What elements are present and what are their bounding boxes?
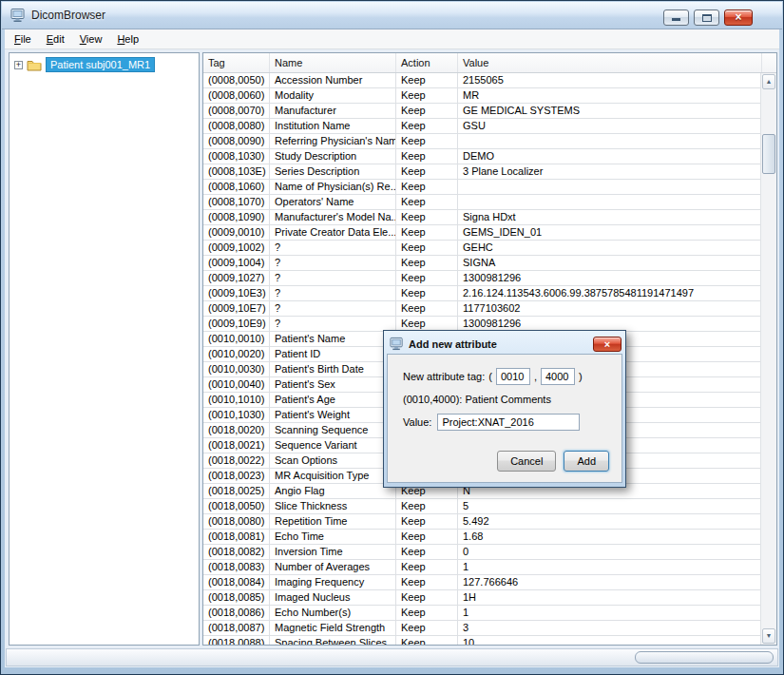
scroll-up-button[interactable]: ▲ (762, 74, 775, 89)
column-header-value[interactable]: Value (458, 53, 762, 72)
cell-action: Keep (396, 104, 458, 119)
menu-edit[interactable]: Edit (39, 30, 72, 48)
cell-name: ? (270, 271, 396, 286)
table-row[interactable]: (0018,0080)Repetition TimeKeep5.492 (203, 514, 762, 530)
table-row[interactable]: (0008,1070)Operators' NameKeep (203, 195, 762, 210)
element-input[interactable] (541, 368, 575, 385)
window-title: DicomBrowser (31, 9, 105, 22)
scroll-down-button[interactable]: ▼ (762, 628, 775, 644)
dialog-body: New attribute tag: ( , ) (0010,4000): Pa… (387, 354, 622, 483)
cell-name: ? (270, 241, 396, 256)
table-row[interactable]: (0018,0087)Magnetic Field StrengthKeep3 (203, 621, 762, 636)
cell-action: Keep (396, 241, 458, 256)
cell-tag: (0010,0010) (203, 332, 270, 347)
cancel-button[interactable]: Cancel (497, 451, 556, 472)
add-button[interactable]: Add (564, 451, 609, 472)
table-row[interactable]: (0018,0084)Imaging FrequencyKeep127.7666… (203, 575, 762, 590)
comma: , (534, 371, 537, 382)
menubar: File Edit View Help (5, 29, 779, 49)
table-row[interactable]: (0018,0081)Echo TimeKeep1.68 (203, 530, 762, 545)
cell-tag: (0008,0090) (203, 134, 270, 149)
cell-action: Keep (396, 590, 458, 606)
menu-view[interactable]: View (72, 30, 110, 48)
table-row[interactable]: (0018,0085)Imaged NucleusKeep1H (203, 590, 762, 606)
cell-name: Echo Number(s) (270, 606, 396, 621)
cell-value: 1.68 (458, 530, 762, 545)
table-row[interactable]: (0018,0082)Inversion TimeKeep0 (203, 545, 762, 560)
cell-tag: (0018,0020) (203, 423, 270, 438)
cell-action: Keep (396, 530, 458, 545)
table-row[interactable]: (0008,1060)Name of Physician(s) Re...Kee… (203, 180, 762, 195)
expand-icon[interactable]: + (14, 61, 23, 69)
cell-name: Modality (270, 88, 396, 104)
cell-tag: (0009,1027) (203, 271, 270, 286)
cell-tag: (0008,0050) (203, 73, 270, 88)
open-paren: ( (488, 371, 492, 382)
table-row[interactable]: (0008,1030)Study DescriptionKeepDEMO (203, 149, 762, 164)
cell-tag: (0010,0020) (203, 347, 270, 362)
minimize-button[interactable] (663, 10, 689, 26)
cell-name: Scanning Sequence (270, 423, 396, 438)
horizontal-scrollbar[interactable] (6, 648, 778, 666)
group-input[interactable] (496, 368, 530, 385)
table-row[interactable]: (0018,0083)Number of AveragesKeep1 (203, 560, 762, 575)
cell-name: Study Description (270, 149, 396, 164)
cell-name: Manufacturer's Model Na... (270, 210, 396, 225)
dialog-close-button[interactable]: × (593, 337, 621, 352)
attribute-tag-row: New attribute tag: ( , ) (403, 368, 621, 385)
cell-name: ? (270, 286, 396, 301)
vertical-scrollbar-thumb[interactable] (762, 134, 775, 174)
cell-tag: (0009,10E9) (203, 317, 270, 332)
cell-action: Keep (396, 210, 458, 225)
cell-value: 10 (458, 636, 762, 646)
horizontal-scrollbar-thumb[interactable] (635, 651, 774, 664)
cell-tag: (0018,0082) (203, 545, 270, 560)
table-row[interactable]: (0009,1002)?KeepGEHC (203, 241, 762, 256)
table-row[interactable]: (0018,0050)Slice ThicknessKeep5 (203, 499, 762, 514)
table-row[interactable]: (0008,1090)Manufacturer's Model Na...Kee… (203, 210, 762, 225)
cell-value (458, 180, 762, 195)
attribute-description: (0010,4000): Patient Comments (403, 394, 621, 405)
table-row[interactable]: (0008,0090)Referring Physician's NameKee… (203, 134, 762, 149)
cell-action: Keep (396, 575, 458, 590)
column-header-action[interactable]: Action (396, 53, 458, 72)
table-row[interactable]: (0009,1004)?KeepSIGNA (203, 256, 762, 271)
dialog-titlebar[interactable]: Add new attribute × (387, 334, 622, 354)
maximize-button[interactable] (694, 10, 719, 26)
cell-action: Keep (396, 636, 458, 646)
table-row[interactable]: (0018,0088)Spacing Between SlicesKeep10 (203, 636, 762, 646)
cell-value: SIGNA (458, 256, 762, 271)
table-row[interactable]: (0008,103E)Series DescriptionKeep3 Plane… (203, 164, 762, 180)
menu-help[interactable]: Help (109, 30, 146, 48)
table-row[interactable]: (0009,1027)?Keep1300981296 (203, 271, 762, 286)
menu-file[interactable]: File (7, 30, 39, 48)
cell-action: Keep (396, 499, 458, 514)
tree-node-label: Patient subj001_MR1 (46, 57, 155, 72)
table-row[interactable]: (0009,10E7)?Keep1177103602 (203, 301, 762, 317)
table-row[interactable]: (0008,0050)Accession NumberKeep2155065 (203, 73, 762, 88)
titlebar[interactable]: DicomBrowser × (2, 2, 782, 29)
cell-tag: (0018,0083) (203, 560, 270, 575)
cell-value: 0 (458, 545, 762, 560)
table-row[interactable]: (0009,0010)Private Creator Data Ele...Ke… (203, 225, 762, 241)
table-row[interactable]: (0018,0086)Echo Number(s)Keep1 (203, 606, 762, 621)
cell-action: Keep (396, 621, 458, 636)
value-input[interactable] (437, 414, 580, 431)
table-row[interactable]: (0008,0060)ModalityKeepMR (203, 88, 762, 104)
cell-tag: (0018,0080) (203, 514, 270, 530)
tree-node-patient[interactable]: + Patient subj001_MR1 (10, 53, 199, 72)
vertical-scrollbar[interactable]: ▲ ▼ (760, 73, 776, 645)
cell-name: Slice Thickness (270, 499, 396, 514)
cell-name: Patient's Name (270, 332, 396, 347)
cell-value: GE MEDICAL SYSTEMS (458, 104, 762, 119)
cell-value: 1H (458, 590, 762, 606)
table-row[interactable]: (0008,0070)ManufacturerKeepGE MEDICAL SY… (203, 104, 762, 119)
cell-action: Keep (396, 560, 458, 575)
column-header-name[interactable]: Name (270, 53, 396, 72)
table-row[interactable]: (0008,0080)Institution NameKeepGSU (203, 119, 762, 134)
table-row[interactable]: (0009,10E3)?Keep2.16.124.113543.6006.99.… (203, 286, 762, 301)
cell-tag: (0008,1070) (203, 195, 270, 210)
cell-action: Keep (396, 256, 458, 271)
close-button[interactable]: × (724, 10, 753, 26)
column-header-tag[interactable]: Tag (203, 53, 270, 72)
